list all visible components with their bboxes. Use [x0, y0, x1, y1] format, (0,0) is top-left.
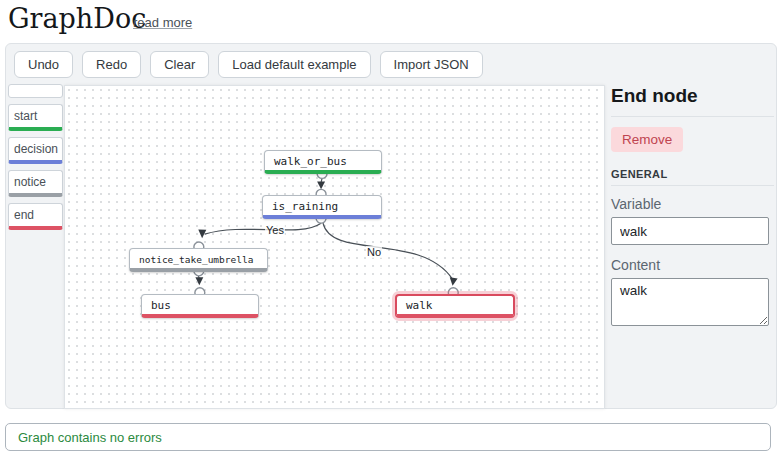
status-message: Graph contains no errors [18, 430, 162, 445]
palette-item-notice[interactable]: notice [8, 170, 63, 197]
redo-button[interactable]: Redo [82, 51, 141, 78]
edge-is_raining-yes[interactable] [205, 223, 321, 234]
variable-label: Variable [611, 196, 774, 212]
arrowhead-icon [195, 277, 203, 285]
palette-item-end[interactable]: end [8, 203, 63, 230]
undo-button[interactable]: Undo [14, 51, 73, 78]
editor-container: Undo Redo Clear Load default example Imp… [5, 43, 777, 409]
read-more-link[interactable]: read more [133, 15, 192, 30]
edge-is_raining-no[interactable] [323, 223, 452, 279]
palette-item-decision[interactable]: decision [8, 137, 63, 164]
arrowhead-icon [317, 181, 325, 189]
node-palette: start decision notice end [8, 84, 63, 236]
content-textarea[interactable]: walk [611, 278, 769, 326]
node-is_raining[interactable]: is_raining [262, 195, 382, 219]
arrowhead-icon [449, 277, 458, 286]
inspector-panel: End node Remove GENERAL Variable Content… [611, 85, 774, 330]
palette-empty-slot [8, 84, 63, 98]
content-label: Content [611, 257, 774, 273]
edge-label-no: No [366, 246, 382, 258]
import-json-button[interactable]: Import JSON [380, 51, 483, 78]
divider [611, 185, 774, 186]
edge-label-yes: Yes [265, 224, 285, 236]
inspector-title: End node [611, 85, 774, 107]
edges-layer [65, 86, 604, 408]
divider [611, 116, 774, 117]
graph-canvas[interactable]: Yes No walk_or_bus is_raining notice_tak… [64, 85, 605, 409]
node-walk_or_bus[interactable]: walk_or_bus [264, 150, 382, 174]
variable-input[interactable] [611, 217, 769, 245]
node-walk[interactable]: walk [395, 294, 515, 318]
palette-item-start[interactable]: start [8, 104, 63, 131]
general-section-label: GENERAL [611, 168, 774, 180]
load-default-example-button[interactable]: Load default example [218, 51, 370, 78]
node-notice_take_umbrella[interactable]: notice_take_umbrella [129, 248, 268, 272]
toolbar: Undo Redo Clear Load default example Imp… [14, 51, 483, 78]
node-bus[interactable]: bus [141, 294, 259, 318]
remove-node-button[interactable]: Remove [611, 127, 683, 152]
status-bar: Graph contains no errors [5, 423, 771, 451]
app-title: GraphDoc [8, 3, 146, 34]
clear-button[interactable]: Clear [150, 51, 209, 78]
